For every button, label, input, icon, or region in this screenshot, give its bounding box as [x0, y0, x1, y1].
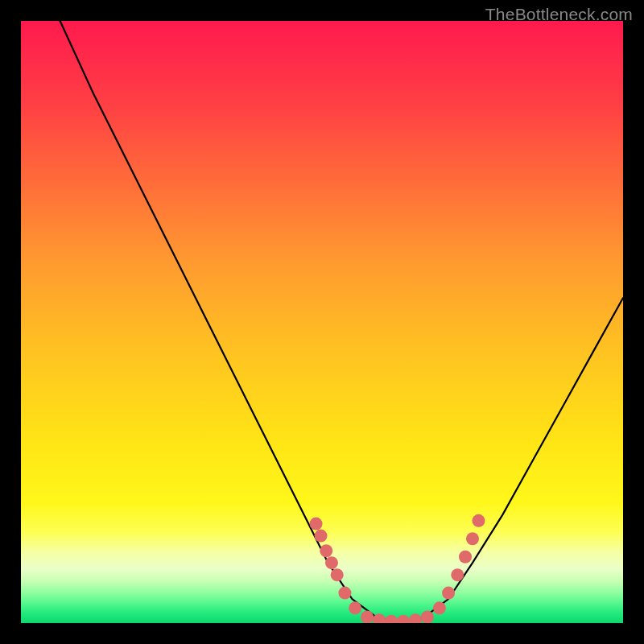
marker-dot — [397, 615, 410, 623]
marker-dot — [385, 615, 398, 623]
marker-dot — [421, 611, 434, 623]
chart-frame: TheBottleneck.com — [0, 0, 644, 644]
marker-dot — [409, 613, 422, 623]
curve-right — [400, 298, 623, 623]
marker-dot — [331, 568, 344, 581]
marker-dot — [472, 514, 485, 527]
marker-cluster — [310, 514, 485, 623]
curve-left — [60, 21, 401, 623]
marker-dot — [466, 532, 479, 545]
plot-svg — [21, 21, 623, 623]
marker-dot — [433, 601, 446, 614]
marker-dot — [325, 556, 338, 569]
marker-dot — [310, 518, 323, 530]
marker-dot — [442, 587, 455, 600]
marker-dot — [338, 587, 351, 600]
plot-area — [21, 21, 623, 623]
watermark-text: TheBottleneck.com — [485, 5, 633, 24]
bottleneck-curve — [60, 21, 623, 623]
marker-dot — [459, 551, 472, 564]
marker-dot — [315, 530, 328, 543]
marker-dot — [320, 544, 332, 557]
marker-dot — [451, 568, 464, 581]
marker-dot — [361, 611, 374, 623]
marker-dot — [349, 601, 361, 614]
